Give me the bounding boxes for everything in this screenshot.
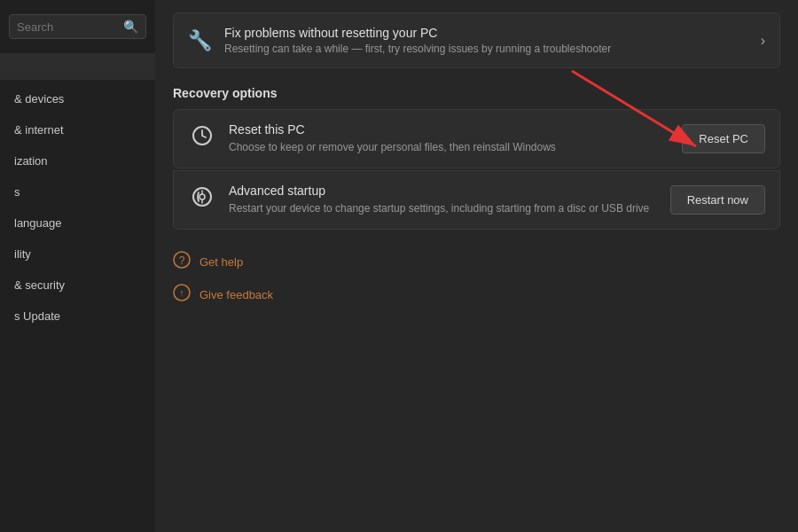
help-links: ? Get help ↑ Give feedback [173, 251, 780, 306]
fix-card-desc: Resetting can take a while — first, try … [224, 43, 752, 55]
advanced-startup-desc: Restart your device to change startup se… [229, 201, 654, 216]
sidebar-item-security[interactable]: & security [0, 270, 155, 301]
reset-pc-button[interactable]: Reset PC [682, 124, 765, 153]
help-icon: ? [173, 251, 191, 273]
search-input[interactable] [17, 20, 120, 34]
reset-pc-card: Reset this PC Choose to keep or remove y… [173, 109, 780, 168]
svg-text:↑: ↑ [179, 287, 184, 298]
startup-icon [188, 184, 216, 215]
fix-problems-card[interactable]: 🔧 Fix problems without resetting your PC… [173, 12, 780, 68]
sidebar-item-personalization[interactable]: ization [0, 145, 155, 176]
reset-pc-desc: Choose to keep or remove your personal f… [229, 140, 654, 155]
restart-now-button[interactable]: Restart now [670, 185, 765, 215]
reset-pc-text: Reset this PC Choose to keep or remove y… [229, 122, 673, 155]
recovery-section-header: Recovery options [173, 86, 780, 100]
sidebar: 🔍 & devices & internet ization s languag… [0, 0, 155, 532]
give-feedback-link[interactable]: ↑ Give feedback [173, 284, 780, 306]
main-wrapper: 🔧 Fix problems without resetting your PC… [155, 0, 798, 532]
advanced-startup-title: Advanced startup [229, 184, 661, 198]
sidebar-item-accessibility[interactable]: ility [0, 239, 155, 270]
sidebar-item-update[interactable]: s Update [0, 301, 155, 332]
svg-text:?: ? [179, 254, 185, 267]
chevron-right-icon: › [761, 33, 765, 49]
get-help-link[interactable]: ? Get help [173, 251, 780, 273]
give-feedback-label[interactable]: Give feedback [200, 288, 273, 301]
fix-card-title: Fix problems without resetting your PC [224, 26, 752, 40]
reset-icon [188, 123, 216, 153]
wrench-icon: 🔧 [188, 29, 212, 52]
advanced-startup-card: Advanced startup Restart your device to … [173, 170, 780, 230]
sidebar-item-language[interactable]: language [0, 207, 155, 239]
reset-pc-title: Reset this PC [229, 122, 673, 137]
sidebar-item-apps[interactable]: s [0, 176, 155, 207]
main-content: 🔧 Fix problems without resetting your PC… [155, 0, 798, 532]
get-help-label[interactable]: Get help [200, 255, 243, 269]
sidebar-spacer [0, 53, 155, 80]
svg-point-2 [200, 194, 205, 200]
search-bar[interactable]: 🔍 [9, 14, 146, 39]
advanced-startup-text: Advanced startup Restart your device to … [229, 184, 661, 216]
feedback-icon: ↑ [173, 284, 191, 306]
search-icon: 🔍 [123, 20, 138, 34]
sidebar-item-internet[interactable]: & internet [0, 114, 155, 145]
fix-card-text: Fix problems without resetting your PC R… [224, 26, 752, 55]
sidebar-item-devices[interactable]: & devices [0, 83, 155, 114]
